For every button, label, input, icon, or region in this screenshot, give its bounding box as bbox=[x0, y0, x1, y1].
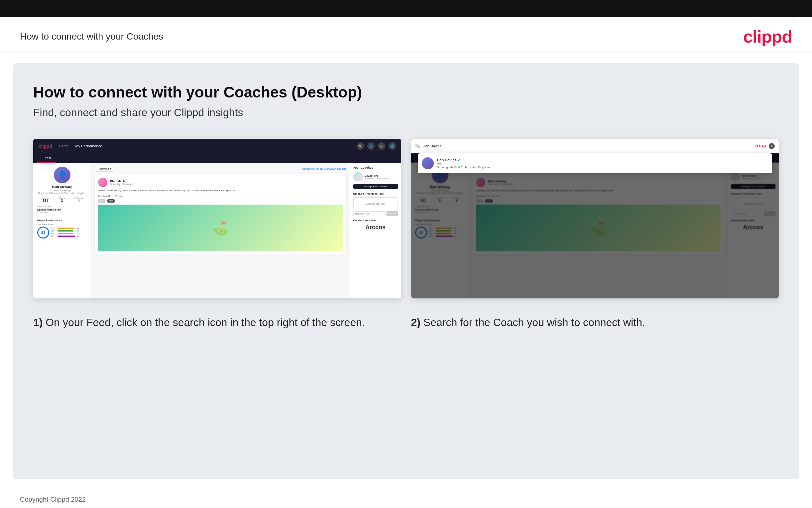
result-club-2: Sunningdale Golf Club, United Kingdom bbox=[437, 166, 490, 169]
result-role-2: Pro bbox=[437, 162, 490, 166]
post-btns-1: OTT APP bbox=[98, 199, 343, 203]
stat-following-1: Following 4 bbox=[75, 197, 83, 203]
verified-icon-2: ✓ bbox=[458, 158, 461, 162]
bar-arg-1: ARG 86 bbox=[51, 232, 79, 235]
trackman-box-1: Trackman Link bbox=[353, 197, 398, 209]
main-title: How to connect with your Coaches (Deskto… bbox=[33, 83, 779, 101]
coaches-title-1: Your Coaches bbox=[353, 166, 398, 169]
mock-nav-icons-1: 🔍 👤 ⚙ 🌐 bbox=[356, 142, 396, 150]
result-info-2: Dan Davies ✓ Pro Sunningdale Golf Club, … bbox=[437, 158, 490, 169]
coach-avatar-1 bbox=[353, 172, 363, 181]
latest-title-1: Lesson with Fordy bbox=[37, 208, 87, 211]
manage-coaches-btn-1[interactable]: Manage Your Coaches bbox=[353, 184, 398, 189]
latest-label-1: Latest Activity bbox=[37, 205, 87, 208]
perf-bars-1: OTT 90 APP 85 bbox=[51, 226, 79, 238]
mock-right-panel-1: Your Coaches David Ford Royal North Devo… bbox=[350, 163, 401, 298]
quality-circle-1: 92 bbox=[37, 226, 49, 239]
post-image-1 bbox=[98, 205, 343, 251]
trackman-input-row-1: Trackman Link Add Link bbox=[353, 211, 398, 216]
coach-name-1: David Ford bbox=[365, 174, 390, 177]
screenshot-1: clippd Home My Performance 🔍 👤 ⚙ 🌐 Feed bbox=[33, 139, 401, 298]
connect-title-1: Connect your data bbox=[353, 219, 398, 222]
profile-stats-1: Activities 131 Followers 3 Following 4 bbox=[37, 197, 87, 203]
top-bar bbox=[0, 0, 812, 17]
search-clear-2[interactable]: CLEAR bbox=[755, 144, 766, 148]
control-link-1[interactable]: Control who can see your activity and da… bbox=[302, 168, 346, 170]
post-author-info-1: Blair McHarg Yesterday · Sunningdale bbox=[110, 180, 135, 185]
profile-image-1 bbox=[54, 167, 70, 183]
search-bar-2: 🔍 Dan Davies CLEAR × bbox=[411, 139, 779, 153]
player-perf-1: Player Performance Total Player Quality … bbox=[37, 216, 87, 239]
step-1-text: 1) On your Feed, click on the search ico… bbox=[33, 315, 401, 330]
result-name-2: Dan Davies ✓ bbox=[437, 158, 490, 162]
search-input-value-2[interactable]: Dan Davies bbox=[423, 144, 752, 148]
mock-nav-1: clippd Home My Performance 🔍 👤 ⚙ 🌐 bbox=[33, 139, 401, 153]
following-button-1[interactable]: Following ▾ bbox=[95, 166, 114, 172]
post-avatar-1 bbox=[98, 178, 107, 187]
mock-logo-1: clippd bbox=[39, 143, 52, 149]
trackman-title-1: Upload a Trackman Test bbox=[353, 192, 398, 195]
search-overlay-2: 🔍 Dan Davies CLEAR × Dan Davies ✓ bbox=[411, 139, 779, 298]
feed-tab-1[interactable]: Feed bbox=[37, 153, 56, 163]
main-content: How to connect with your Coaches (Deskto… bbox=[13, 63, 799, 479]
main-subtitle: Find, connect and share your Clippd insi… bbox=[33, 107, 779, 119]
mock-nav-myperformance-1: My Performance bbox=[76, 144, 102, 148]
user-icon-1[interactable]: 👤 bbox=[367, 142, 375, 150]
step-2-text: 2) Search for the Coach you wish to conn… bbox=[411, 315, 779, 330]
mock-body-1: Blair McHarg Plus Handicap Royal North D… bbox=[33, 163, 401, 298]
mock-left-panel-1: Blair McHarg Plus Handicap Royal North D… bbox=[33, 163, 91, 298]
mock-nav-home-1: Home bbox=[59, 144, 68, 148]
bar-app-1: APP 85 bbox=[51, 230, 79, 232]
clippd-logo: clippd bbox=[743, 27, 792, 47]
page-title: How to connect with your Coaches bbox=[20, 31, 163, 42]
feed-tab-row-1: Feed bbox=[33, 153, 401, 163]
bar-ott-1: OTT 90 bbox=[51, 227, 79, 229]
search-icon-1[interactable]: 🔍 bbox=[356, 142, 364, 150]
btn-app-1: APP bbox=[107, 199, 115, 203]
post-header-1: Blair McHarg Yesterday · Sunningdale bbox=[98, 178, 343, 187]
mock-middle-panel-1: Following ▾ Control who can see your act… bbox=[91, 163, 350, 298]
search-close-2[interactable]: × bbox=[769, 143, 775, 149]
step-1-number: 1) bbox=[33, 316, 43, 328]
post-text-1: Looking to feel like my hands are exitin… bbox=[98, 189, 343, 192]
result-avatar-2 bbox=[422, 157, 434, 169]
stat-followers-1: Followers 3 bbox=[57, 197, 66, 203]
footer: Copyright Clippd 2022 bbox=[0, 489, 812, 508]
trackman-field-1[interactable]: Trackman Link bbox=[353, 211, 386, 216]
latest-date-1: 03 Aug 2022 bbox=[37, 211, 87, 213]
profile-club-1: Royal North Devon Golf Club, United King… bbox=[37, 192, 87, 194]
following-row-1: Following ▾ Control who can see your act… bbox=[95, 166, 346, 172]
add-link-btn-1[interactable]: Add Link bbox=[387, 211, 397, 216]
coach-info-1: David Ford Royal North Devon Golf Club bbox=[365, 174, 390, 179]
mock-app-1: clippd Home My Performance 🔍 👤 ⚙ 🌐 Feed bbox=[33, 139, 401, 298]
profile-name-1: Blair McHarg bbox=[37, 185, 87, 189]
search-result-2[interactable]: Dan Davies ✓ Pro Sunningdale Golf Club, … bbox=[418, 153, 772, 173]
btn-off-1: OTT bbox=[98, 199, 105, 203]
search-icon-s-2: 🔍 bbox=[415, 144, 420, 149]
arccos-logo-1: Arccos bbox=[353, 224, 398, 231]
screenshots-grid: clippd Home My Performance 🔍 👤 ⚙ 🌐 Feed bbox=[33, 139, 779, 298]
copyright: Copyright Clippd 2022 bbox=[20, 496, 86, 503]
header: How to connect with your Coaches clippd bbox=[0, 17, 812, 53]
steps-grid: 1) On your Feed, click on the search ico… bbox=[33, 315, 779, 330]
stat-activities-1: Activities 131 bbox=[42, 197, 50, 203]
coach-club-1: Royal North Devon Golf Club bbox=[365, 177, 390, 179]
feed-post-1: Blair McHarg Yesterday · Sunningdale Loo… bbox=[95, 174, 346, 254]
coach-item-1: David Ford Royal North Devon Golf Club bbox=[353, 172, 398, 181]
bar-putt-1: PUTT 96 bbox=[51, 235, 79, 237]
settings-icon-1[interactable]: ⚙ bbox=[378, 142, 385, 150]
mock-app-2: clippd Home My Performance 🔍 👤 ⚙ 🌐 Feed bbox=[411, 139, 779, 298]
avatar-icon-1[interactable]: 🌐 bbox=[389, 142, 396, 150]
screenshot-2: clippd Home My Performance 🔍 👤 ⚙ 🌐 Feed bbox=[411, 139, 779, 298]
post-meta-1: Yesterday · Sunningdale bbox=[110, 183, 135, 185]
step-2-number: 2) bbox=[411, 316, 421, 328]
profile-hcp-1: Plus Handicap bbox=[37, 189, 87, 192]
post-author-name-1: Blair McHarg bbox=[110, 180, 135, 183]
trackman-placeholder-text-1: Trackman Link bbox=[366, 202, 385, 206]
post-duration-1: Duration 01 hr : 30 min bbox=[98, 195, 343, 197]
